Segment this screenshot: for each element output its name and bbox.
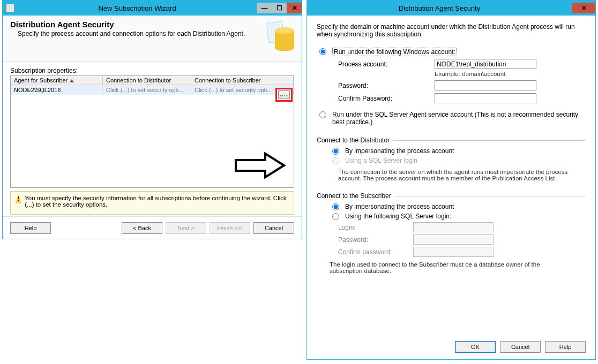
warning-text: You must specify the security informatio… xyxy=(25,195,289,211)
subscription-properties-label: Subscription properties: xyxy=(10,67,294,74)
table-row[interactable]: NODE2\SQL2016 Click (...) to set securit… xyxy=(11,85,294,95)
radio-sub-sqllogin[interactable] xyxy=(332,213,339,220)
radio-dist-impersonate-label[interactable]: By impersonating the process account xyxy=(345,147,454,155)
col-connection-subscriber[interactable]: Connection to Subscriber xyxy=(191,76,294,85)
password-input[interactable] xyxy=(435,80,536,90)
cell-distributor[interactable]: Click (...) to set security opti... xyxy=(103,85,191,95)
radio-run-windows-account-label[interactable]: Run under the following Windows account: xyxy=(332,48,457,56)
close-button[interactable]: ✕ xyxy=(287,3,302,13)
radio-sub-sqllogin-label[interactable]: Using the following SQL Server login: xyxy=(345,213,451,220)
cancel-button[interactable]: Cancel xyxy=(253,222,294,234)
radio-dist-sqllogin-label: Using a SQL Server login xyxy=(345,157,417,164)
sub-confirm-label: Confirm password: xyxy=(338,248,413,256)
radio-run-windows-account[interactable] xyxy=(319,48,326,55)
sub-password-label: Password: xyxy=(338,236,413,244)
radio-run-sqlagent-account-label[interactable]: Run under the SQL Server Agent service a… xyxy=(332,111,579,126)
sub-confirm-input xyxy=(413,247,494,257)
warning-panel: You must specify the security informatio… xyxy=(10,191,294,215)
finish-button: Finish >>| xyxy=(210,222,250,234)
distributor-note: The connection to the server on which th… xyxy=(338,169,579,181)
col-connection-distributor[interactable]: Connection to Distributor xyxy=(103,76,191,85)
new-subscription-wizard-window: New Subscription Wizard — ☐ ✕ Distributi… xyxy=(2,0,302,239)
ellipsis-button[interactable]: .... xyxy=(278,90,290,99)
radio-run-sqlagent-account[interactable] xyxy=(319,111,326,118)
help-button[interactable]: Help xyxy=(10,222,51,234)
annotation-arrow-icon xyxy=(233,152,287,179)
highlight-box: .... xyxy=(275,88,293,102)
page-title: Distribution Agent Security xyxy=(10,20,267,29)
sort-asc-icon xyxy=(70,79,74,82)
wizard-titlebar[interactable]: New Subscription Wizard — ☐ ✕ xyxy=(3,1,302,16)
dialog-titlebar[interactable]: Distribution Agent Security ✕ xyxy=(307,1,595,16)
subscriber-note: The login used to connect to the Subscri… xyxy=(330,261,571,274)
distribution-agent-security-dialog: Distribution Agent Security ✕ Specify th… xyxy=(307,0,596,360)
dialog-footer: OK Cancel Help xyxy=(455,341,586,353)
radio-dist-impersonate[interactable] xyxy=(332,148,339,155)
dialog-title: Distribution Agent Security xyxy=(307,4,572,12)
next-button: Next > xyxy=(166,222,206,234)
sub-login-input xyxy=(413,222,494,232)
dialog-help-button[interactable]: Help xyxy=(545,341,586,353)
dialog-close-button[interactable]: ✕ xyxy=(572,3,595,13)
sub-password-input xyxy=(413,234,494,245)
dialog-cancel-button[interactable]: Cancel xyxy=(500,341,541,353)
warning-icon xyxy=(15,195,21,203)
col-agent-for-subscriber[interactable]: Agent for Subscriber xyxy=(11,76,103,85)
confirm-password-label: Confirm Password: xyxy=(338,95,435,102)
dialog-description: Specify the domain or machine account un… xyxy=(317,23,586,38)
radio-sub-impersonate[interactable] xyxy=(332,203,339,210)
wizard-graphic-icon xyxy=(267,20,294,52)
radio-sub-impersonate-label[interactable]: By impersonating the process account xyxy=(345,203,454,210)
sub-login-label: Login: xyxy=(338,224,413,231)
process-account-label: Process account: xyxy=(338,60,435,68)
password-label: Password: xyxy=(338,82,435,89)
window-sysmenu-icon[interactable] xyxy=(6,4,14,12)
maximize-button[interactable]: ☐ xyxy=(272,3,287,13)
back-button[interactable]: < Back xyxy=(122,222,162,234)
group-subscriber-label: Connect to the Subscriber xyxy=(317,192,391,200)
radio-dist-sqllogin xyxy=(332,157,339,164)
wizard-title: New Subscription Wizard xyxy=(18,4,257,12)
process-account-example: Example: domain\account xyxy=(435,71,586,77)
page-subtitle: Specify the process account and connecti… xyxy=(18,30,267,37)
group-distributor-label: Connect to the Distributor xyxy=(317,136,390,144)
cell-agent[interactable]: NODE2\SQL2016 xyxy=(11,85,103,95)
grid-header[interactable]: Agent for Subscriber Connection to Distr… xyxy=(11,76,294,85)
wizard-footer: Help < Back Next > Finish >>| Cancel xyxy=(3,216,302,239)
confirm-password-input[interactable] xyxy=(435,93,536,103)
ok-button[interactable]: OK xyxy=(455,341,496,353)
wizard-header: Distribution Agent Security Specify the … xyxy=(3,16,302,62)
process-account-input[interactable] xyxy=(435,59,536,69)
minimize-button[interactable]: — xyxy=(257,3,272,13)
